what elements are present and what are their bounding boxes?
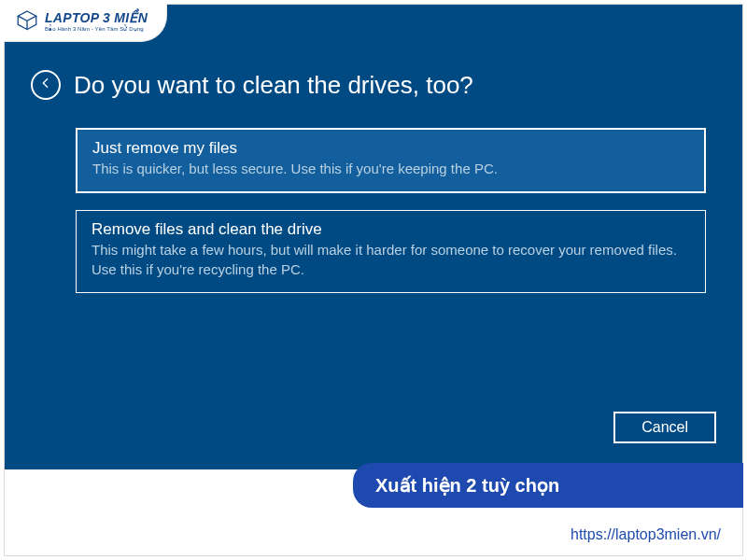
caption-overlay: Xuất hiện 2 tuỳ chọn — [353, 463, 743, 508]
brand-watermark: LAPTOP 3 MIỀN Bảo Hành 3 Năm - Yên Tâm S… — [4, 4, 167, 42]
brand-name: LAPTOP 3 MIỀN — [45, 11, 148, 24]
option-clean-drive[interactable]: Remove files and clean the drive This mi… — [76, 210, 706, 293]
header-row: Do you want to clean the drives, too? — [31, 70, 716, 100]
options-list: Just remove my files This is quicker, bu… — [76, 128, 716, 293]
option-title: Remove files and clean the drive — [92, 220, 690, 239]
windows-reset-screen: Do you want to clean the drives, too? Ju… — [5, 5, 742, 469]
option-title: Just remove my files — [92, 139, 689, 158]
source-url: https://laptop3mien.vn/ — [571, 526, 721, 543]
arrow-left-icon — [38, 76, 53, 94]
cancel-button[interactable]: Cancel — [613, 412, 716, 443]
page-title: Do you want to clean the drives, too? — [74, 71, 473, 100]
brand-tagline: Bảo Hành 3 Năm - Yên Tâm Sử Dụng — [45, 26, 148, 32]
option-description: This might take a few hours, but will ma… — [92, 241, 690, 279]
brand-logo-icon — [15, 9, 39, 34]
option-just-remove-files[interactable]: Just remove my files This is quicker, bu… — [76, 128, 706, 193]
option-description: This is quicker, but less secure. Use th… — [92, 160, 689, 178]
back-button[interactable] — [31, 70, 61, 100]
brand-text: LAPTOP 3 MIỀN Bảo Hành 3 Năm - Yên Tâm S… — [45, 11, 148, 32]
